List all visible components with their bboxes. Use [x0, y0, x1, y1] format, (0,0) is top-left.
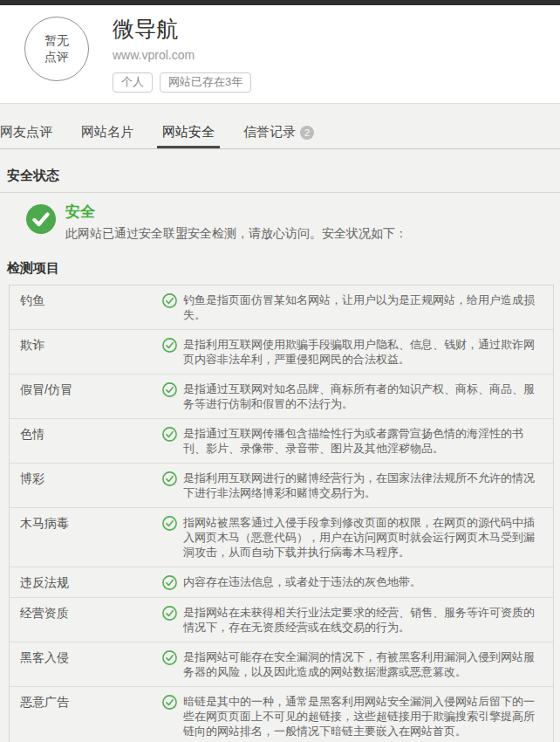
tab-badge: 2	[300, 126, 314, 140]
section-divider	[0, 192, 560, 193]
rating-badge-line1: 暂无	[44, 32, 69, 49]
pass-check-icon	[162, 427, 177, 442]
row-label: 欺诈	[10, 337, 162, 353]
tab-label: 信誉记录	[243, 124, 296, 141]
row-description: 内容存在违法信息，或者处于违法的灰色地带。	[183, 574, 553, 589]
tab-2[interactable]: 网站安全	[157, 124, 220, 148]
row-description: 暗链是其中的一种，通常是黑客利用网站安全漏洞入侵网站后留下的一些在网页页面上不可…	[183, 694, 553, 739]
pass-check-icon	[162, 471, 177, 486]
row-label: 钓鱼	[10, 292, 162, 308]
tag-site-type: 个人	[113, 72, 153, 93]
detection-items-heading: 检测项目	[7, 260, 560, 277]
table-row-3: 色情 是指通过互联网传播包含描绘性行为或者露骨宣扬色情的海淫性的书刊、影片、录像…	[10, 418, 553, 463]
table-row-2: 假冒/仿冒 是指通过互联网对知名品牌、商标所有者的知识产权、商标、商品、服务等进…	[10, 374, 553, 418]
table-row-4: 博彩 是指利用互联网进行的赌博经营行为，在国家法律法规所不允许的情况下进行非法网…	[10, 463, 553, 507]
rating-badge-circle: 暂无 点评	[24, 17, 89, 81]
site-title: 微导航	[113, 17, 258, 42]
tab-label: 网站名片	[81, 124, 133, 141]
row-label: 博彩	[10, 471, 162, 486]
tab-bar: 网友点评 网站名片 网站安全 信誉记录 2	[0, 120, 560, 149]
row-label: 违反法规	[10, 574, 162, 590]
pass-check-icon	[162, 606, 177, 621]
row-label: 黑客入侵	[10, 649, 162, 665]
row-description: 是指利用互联网使用欺骗手段骗取用户隐私、信息、钱财，通过欺诈网页内容非法牟利，严…	[183, 337, 553, 367]
site-info: 微导航 www.vprol.com 个人 网站已存在3年	[113, 17, 258, 93]
row-description: 指网站被黑客通过入侵手段拿到修改页面的权限，在网页的源代码中插入网页木马（恶意代…	[183, 515, 553, 560]
row-description: 是指利用互联网进行的赌博经营行为，在国家法律法规所不允许的情况下进行非法网络博彩…	[183, 471, 553, 500]
security-status-block: 安全 此网站已通过安全联盟安全检测，请放心访问。安全状况如下：	[26, 204, 560, 242]
pass-check-icon	[162, 650, 177, 665]
table-row-5: 木马病毒 指网站被黑客通过入侵手段拿到修改页面的权限，在网页的源代码中插入网页木…	[10, 507, 553, 567]
table-row-6: 违反法规 内容存在违法信息，或者处于违法的灰色地带。	[10, 567, 553, 597]
pass-check-icon	[162, 695, 177, 710]
row-label: 假冒/仿冒	[10, 381, 162, 397]
row-description: 是指通过互联网传播包含描绘性行为或者露骨宣扬色情的海淫性的书刊、影片、录像带、录…	[183, 426, 553, 456]
tab-label: 网友点评	[0, 124, 52, 141]
tag-site-age: 网站已存在3年	[160, 72, 251, 93]
site-header: 暂无 点评 微导航 www.vprol.com 个人 网站已存在3年	[0, 5, 560, 104]
table-row-1: 欺诈 是指利用互联网使用欺骗手段骗取用户隐私、信息、钱财，通过欺诈网页内容非法牟…	[10, 329, 553, 374]
pass-check-icon	[162, 382, 177, 397]
detection-table: 钓鱼 钓鱼是指页面仿冒某知名网站，让用户以为是正规网站，给用户造成损失。 欺诈 …	[9, 285, 554, 742]
row-label: 木马病毒	[10, 515, 162, 531]
security-status-description: 此网站已通过安全联盟安全检测，请放心访问。安全状况如下：	[65, 226, 407, 242]
table-row-8: 黑客入侵 是指网站可能存在安全漏洞的情况下，有被黑客利用漏洞入侵到网站服务器的风…	[10, 642, 553, 686]
row-label: 恶意广告	[10, 694, 162, 710]
tab-1[interactable]: 网站名片	[76, 124, 139, 148]
security-status-heading: 安全状态	[7, 168, 560, 184]
pass-check-icon	[162, 293, 177, 308]
row-label: 色情	[10, 426, 162, 442]
row-description: 钓鱼是指页面仿冒某知名网站，让用户以为是正规网站，给用户造成损失。	[183, 292, 553, 322]
security-status-label: 安全	[65, 204, 407, 221]
rating-badge-line2: 点评	[44, 49, 69, 65]
row-description: 是指网站可能存在安全漏洞的情况下，有被黑客利用漏洞入侵到网站服务器的风险，以及因…	[183, 649, 553, 679]
table-row-0: 钓鱼 钓鱼是指页面仿冒某知名网站，让用户以为是正规网站，给用户造成损失。	[10, 285, 553, 329]
pass-check-icon	[162, 575, 177, 590]
row-description: 是指通过互联网对知名品牌、商标所有者的知识产权、商标、商品、服务等进行仿制和假冒…	[183, 381, 553, 411]
security-status-texts: 安全 此网站已通过安全联盟安全检测，请放心访问。安全状况如下：	[65, 204, 407, 242]
row-label: 经营资质	[10, 605, 162, 621]
tab-label: 网站安全	[162, 124, 215, 141]
site-tags: 个人 网站已存在3年	[113, 72, 258, 93]
site-url[interactable]: www.vprol.com	[113, 48, 258, 62]
table-row-9: 恶意广告 暗链是其中的一种，通常是黑客利用网站安全漏洞入侵网站后留下的一些在网页…	[10, 686, 553, 742]
safe-check-icon	[26, 204, 56, 234]
table-row-7: 经营资质 是指网站在未获得相关行业法定要求的经营、销售、服务等许可资质的情况下，…	[10, 597, 553, 642]
pass-check-icon	[162, 338, 177, 353]
tab-3[interactable]: 信誉记录 2	[238, 124, 319, 148]
tab-0[interactable]: 网友点评	[0, 124, 58, 148]
pass-check-icon	[162, 516, 177, 531]
row-description: 是指网站在未获得相关行业法定要求的经营、销售、服务等许可资质的情况下，存在无资质…	[183, 605, 553, 635]
